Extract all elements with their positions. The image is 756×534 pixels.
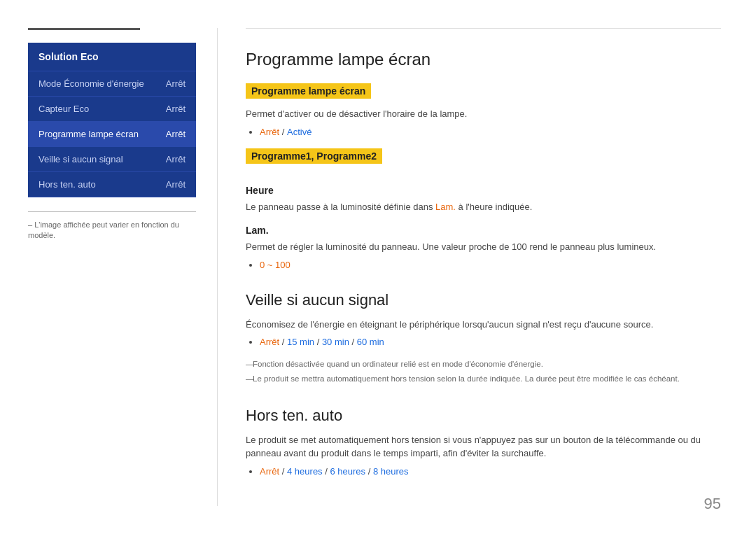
sidebar-title: Solution Eco bbox=[28, 43, 196, 71]
desc-hors-ten: Le produit se met automatiquement hors t… bbox=[246, 433, 721, 461]
page-number: 95 bbox=[704, 495, 721, 513]
top-divider bbox=[246, 28, 721, 29]
bullet-list-hors-ten: Arrêt / 4 heures / 6 heures / 8 heures bbox=[246, 466, 721, 477]
section-title-hors-ten: Hors ten. auto bbox=[246, 407, 721, 425]
sidebar-top-line bbox=[28, 28, 140, 30]
desc-programme: Permet d'activer ou de désactiver l'hora… bbox=[246, 107, 721, 121]
sub-title-lam: Lam. bbox=[246, 225, 721, 236]
sidebar-item-programme-lampe[interactable]: Programme lampe écran Arrêt bbox=[28, 122, 196, 147]
bullet-item-hors-ten-options: Arrêt / 4 heures / 6 heures / 8 heures bbox=[260, 466, 721, 477]
sidebar-item-veille-signal[interactable]: Veille si aucun signal Arrêt bbox=[28, 147, 196, 172]
sidebar-item-capteur-eco[interactable]: Capteur Eco Arrêt bbox=[28, 97, 196, 122]
bullet-item-veille-options: Arrêt / 15 min / 30 min / 60 min bbox=[260, 337, 721, 347]
sub-title-heure: Heure bbox=[246, 185, 721, 196]
desc-veille: Économisez de l'énergie en éteignant le … bbox=[246, 318, 721, 332]
note-veille-1: Fonction désactivée quand un ordinateur … bbox=[246, 358, 721, 370]
sidebar-note: – L'image affichée peut varier en foncti… bbox=[28, 211, 196, 240]
sidebar-item-mode-economie[interactable]: Mode Économie d'énergie Arrêt bbox=[28, 71, 196, 97]
sub-desc-lam: Permet de régler la luminosité du pannea… bbox=[246, 240, 721, 254]
sidebar: Solution Eco Mode Économie d'énergie Arr… bbox=[0, 28, 217, 506]
bullet-item-arret-active: Arrêt / Activé bbox=[260, 127, 721, 137]
highlight-box-1: Programme lampe écran bbox=[246, 83, 371, 99]
sidebar-item-hors-ten[interactable]: Hors ten. auto Arrêt bbox=[28, 172, 196, 197]
section-title-programme: Programme lampe écran bbox=[246, 50, 721, 69]
highlight-box-2: Programme1, Programme2 bbox=[246, 148, 382, 164]
main-content: Programme lampe écran Programme lampe éc… bbox=[217, 28, 756, 506]
section-veille: Veille si aucun signal Économisez de l'é… bbox=[246, 291, 721, 386]
bullet-list-veille: Arrêt / 15 min / 30 min / 60 min bbox=[246, 337, 721, 347]
sub-desc-heure: Le panneau passe à la luminosité définie… bbox=[246, 200, 721, 214]
bullet-item-range: 0 ~ 100 bbox=[260, 260, 721, 270]
section-title-veille: Veille si aucun signal bbox=[246, 291, 721, 309]
section-hors-ten: Hors ten. auto Le produit se met automat… bbox=[246, 407, 721, 477]
note-veille-2: Le produit se mettra automatiquement hor… bbox=[246, 373, 721, 385]
sidebar-menu: Solution Eco Mode Économie d'énergie Arr… bbox=[28, 43, 196, 197]
bullet-list-lam: 0 ~ 100 bbox=[246, 260, 721, 270]
bullet-list-1: Arrêt / Activé bbox=[246, 127, 721, 137]
section-programme-lampe: Programme lampe écran Programme lampe éc… bbox=[246, 50, 721, 270]
